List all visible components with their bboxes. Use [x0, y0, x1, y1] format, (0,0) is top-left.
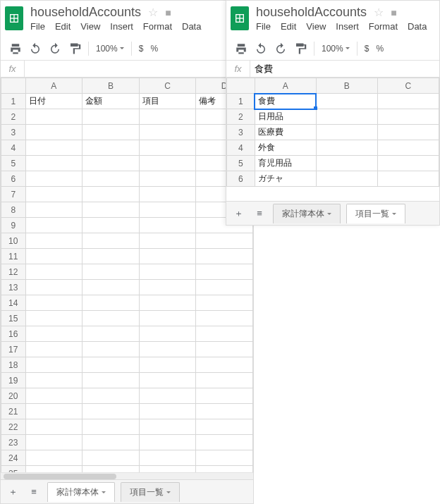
cell[interactable]	[316, 171, 377, 187]
cell[interactable]	[139, 233, 196, 249]
sheet-tab-items[interactable]: 項目一覧	[346, 204, 405, 223]
document-title[interactable]: householdAccounts	[256, 5, 367, 20]
cell[interactable]: ガチャ	[255, 171, 316, 187]
grid-area[interactable]: ABC1食費2日用品3医療費4外食5育児用品6ガチャ	[226, 78, 439, 201]
cell[interactable]	[139, 202, 196, 218]
cell[interactable]	[25, 342, 82, 357]
cell[interactable]	[82, 233, 140, 249]
cell[interactable]	[82, 187, 140, 202]
cell[interactable]	[377, 94, 439, 109]
cell[interactable]	[139, 357, 196, 373]
cell[interactable]	[139, 109, 196, 125]
cell[interactable]	[82, 140, 140, 156]
cell[interactable]	[196, 357, 253, 373]
row-header[interactable]: 13	[1, 280, 26, 295]
cell[interactable]	[82, 202, 140, 218]
cell[interactable]	[25, 171, 82, 187]
cell[interactable]	[139, 187, 196, 202]
row-header[interactable]: 6	[1, 171, 26, 187]
star-icon[interactable]: ☆	[374, 6, 384, 19]
cell[interactable]	[25, 435, 82, 450]
cell[interactable]	[25, 295, 82, 311]
cell[interactable]	[139, 373, 196, 388]
paint-format-icon[interactable]	[294, 42, 307, 55]
cell[interactable]	[82, 109, 140, 125]
cell[interactable]	[196, 311, 253, 326]
cell[interactable]	[25, 264, 82, 280]
cell[interactable]: 食費	[255, 94, 316, 109]
cell[interactable]	[82, 264, 140, 280]
cell[interactable]	[139, 466, 196, 473]
cell[interactable]	[196, 295, 253, 311]
cell[interactable]	[196, 450, 253, 466]
column-header[interactable]: B	[316, 78, 377, 94]
cell[interactable]	[139, 404, 196, 419]
menu-data[interactable]: Data	[408, 21, 427, 32]
cell[interactable]	[316, 125, 377, 140]
cell[interactable]	[196, 435, 253, 450]
cell[interactable]	[25, 280, 82, 295]
formula-input[interactable]	[250, 61, 439, 77]
cell[interactable]	[196, 419, 253, 435]
paint-format-icon[interactable]	[68, 42, 81, 55]
row-header[interactable]: 4	[227, 140, 255, 156]
row-header[interactable]: 12	[1, 264, 26, 280]
cell[interactable]	[139, 326, 196, 342]
percent-format-button[interactable]: %	[376, 44, 384, 54]
cell[interactable]	[82, 295, 140, 311]
cell[interactable]	[82, 450, 140, 466]
column-header[interactable]: A	[255, 78, 316, 94]
cell[interactable]	[82, 357, 140, 373]
cell[interactable]	[82, 466, 140, 473]
cell[interactable]	[139, 419, 196, 435]
cell[interactable]	[82, 125, 140, 140]
row-header[interactable]: 3	[227, 125, 255, 140]
menu-edit[interactable]: Edit	[55, 21, 71, 32]
row-header[interactable]: 7	[1, 187, 26, 202]
column-header[interactable]: B	[82, 78, 140, 94]
horizontal-scrollbar[interactable]	[1, 472, 253, 479]
cell[interactable]	[377, 140, 439, 156]
row-header[interactable]: 4	[1, 140, 26, 156]
cell[interactable]	[25, 125, 82, 140]
cell[interactable]	[82, 373, 140, 388]
cell[interactable]	[196, 342, 253, 357]
cell[interactable]	[82, 326, 140, 342]
cell[interactable]	[377, 171, 439, 187]
menu-view[interactable]: View	[306, 21, 326, 32]
redo-icon[interactable]	[274, 42, 287, 55]
row-header[interactable]: 5	[227, 156, 255, 171]
cell[interactable]	[25, 218, 82, 233]
cell[interactable]	[25, 202, 82, 218]
menu-insert[interactable]: Insert	[336, 21, 359, 32]
grid-area[interactable]: ABCD1日付金額項目備考234567891011121314151617181…	[1, 78, 253, 472]
cell[interactable]	[196, 466, 253, 473]
cell[interactable]	[316, 140, 377, 156]
row-header[interactable]: 14	[1, 295, 26, 311]
cell[interactable]	[196, 326, 253, 342]
undo-icon[interactable]	[255, 42, 267, 55]
redo-icon[interactable]	[49, 42, 61, 55]
sheet-tab-items[interactable]: 項目一覧	[121, 482, 180, 502]
row-header[interactable]: 2	[1, 109, 26, 125]
row-header[interactable]: 9	[1, 218, 26, 233]
cell[interactable]: 日用品	[255, 109, 316, 125]
row-header[interactable]: 16	[1, 326, 26, 342]
cell[interactable]	[196, 233, 253, 249]
cell[interactable]	[377, 109, 439, 125]
cell[interactable]	[316, 94, 377, 109]
row-header[interactable]: 15	[1, 311, 26, 326]
menu-insert[interactable]: Insert	[110, 21, 133, 32]
row-header[interactable]: 20	[1, 388, 26, 404]
row-header[interactable]: 10	[1, 233, 26, 249]
cell[interactable]	[82, 435, 140, 450]
row-header[interactable]: 17	[1, 342, 26, 357]
cell[interactable]	[139, 311, 196, 326]
cell[interactable]	[139, 125, 196, 140]
cell[interactable]: 金額	[82, 94, 140, 109]
row-header[interactable]: 3	[1, 125, 26, 140]
cell[interactable]	[25, 249, 82, 264]
row-header[interactable]: 5	[1, 156, 26, 171]
cell[interactable]	[139, 388, 196, 404]
cell[interactable]	[25, 419, 82, 435]
